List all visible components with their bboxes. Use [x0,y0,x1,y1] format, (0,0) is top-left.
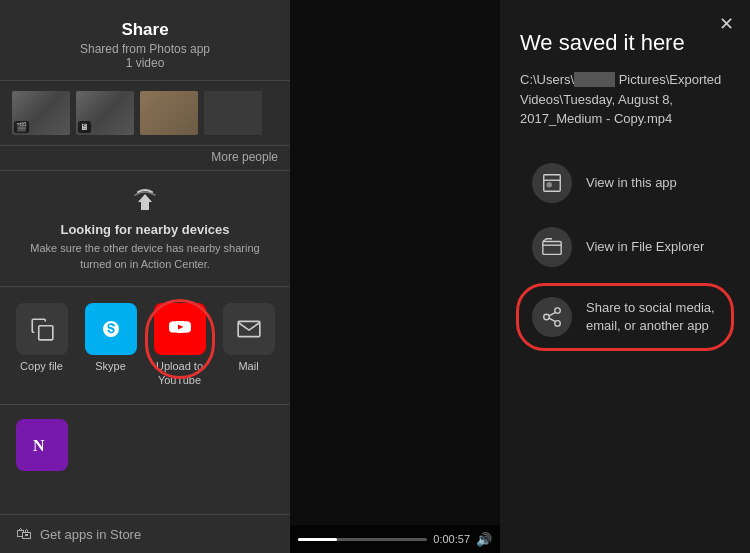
svg-rect-0 [38,326,52,340]
progress-bar[interactable] [298,538,427,541]
app-item-copy[interactable]: Copy file [8,297,75,394]
svg-rect-5 [543,241,561,254]
video-time: 0:00:57 [433,533,470,545]
share-social-button[interactable]: Share to social media, email, or another… [520,287,730,347]
get-apps-label: Get apps in Store [40,527,141,542]
share-social-icon [532,297,572,337]
view-app-icon [532,163,572,203]
share-count: 1 video [16,56,274,70]
view-in-app-button[interactable]: View in this app [520,153,730,213]
app-item-youtube[interactable]: Upload toYouTube [146,297,213,394]
app-item-onenote[interactable]: N [8,413,76,481]
video-placeholder: 0:00:57 🔊 [290,0,500,553]
youtube-label: Upload toYouTube [156,359,203,388]
share-subtitle: Shared from Photos app [16,42,274,56]
copy-icon [16,303,68,355]
mail-label: Mail [238,359,258,373]
more-people-label: More people [211,150,278,164]
more-apps-row: N [0,405,290,489]
view-in-explorer-button[interactable]: View in File Explorer [520,217,730,277]
view-explorer-icon [532,227,572,267]
app-item-skype[interactable]: Skype [77,297,144,394]
view-app-label: View in this app [586,174,677,192]
svg-text:N: N [33,437,45,454]
skype-icon [85,303,137,355]
close-button[interactable]: ✕ [710,8,742,40]
svg-rect-3 [544,175,561,192]
svg-rect-1 [238,321,260,336]
share-title: Share [16,20,274,40]
share-header: Share Shared from Photos app 1 video [0,0,290,81]
mail-icon [223,303,275,355]
share-social-label: Share to social media, email, or another… [586,299,718,335]
view-explorer-label: View in File Explorer [586,238,704,256]
right-panel: We saved it here C:\Users\ Pictures\Expo… [500,0,750,553]
share-panel: Share Shared from Photos app 1 video 🎬 🖥… [0,0,290,553]
progress-fill [298,538,337,541]
svg-point-7 [544,314,550,320]
nearby-icon [130,185,160,216]
get-apps-row[interactable]: 🛍 Get apps in Store [0,514,290,553]
store-icon: 🛍 [16,525,32,543]
nearby-section: Looking for nearby devices Make sure the… [0,171,290,287]
skype-label: Skype [95,359,126,373]
app-item-mail[interactable]: Mail [215,297,282,394]
volume-icon[interactable]: 🔊 [476,532,492,547]
thumbnail-1[interactable]: 🎬 [12,91,70,135]
more-people-row: More people [0,146,290,171]
thumbnail-4[interactable] [204,91,262,135]
svg-point-6 [555,308,561,314]
nearby-desc: Make sure the other device has nearby sh… [16,241,274,272]
saved-title: We saved it here [520,30,730,56]
nearby-title: Looking for nearby devices [60,222,229,237]
thumbnail-2[interactable]: 🖥 [76,91,134,135]
svg-point-4 [547,182,553,188]
app-icons-row: Copy file Skype Upload toYouTube [0,287,290,405]
youtube-icon [154,303,206,355]
video-controls: 0:00:57 🔊 [290,525,500,553]
thumbnail-3[interactable] [140,91,198,135]
onenote-icon: N [16,419,68,471]
video-area: 0:00:57 🔊 [290,0,500,553]
thumbnails-row: 🎬 🖥 [0,81,290,146]
copy-label: Copy file [20,359,63,373]
svg-point-8 [555,321,561,327]
saved-path: C:\Users\ Pictures\Exported Videos\Tuesd… [520,70,730,129]
